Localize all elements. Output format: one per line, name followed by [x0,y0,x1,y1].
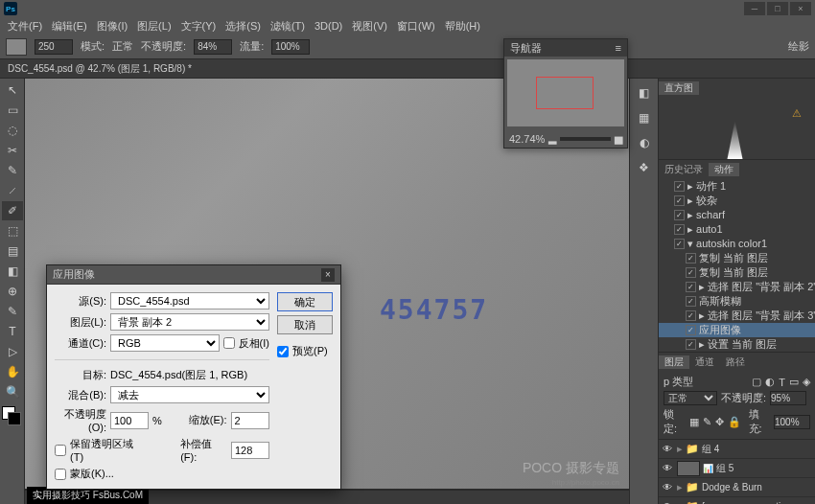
preview-checkbox[interactable] [277,346,289,357]
action-checkbox[interactable] [674,210,685,220]
tool-button[interactable]: ✎ [2,302,23,321]
navigator-preview[interactable] [507,59,624,126]
lock-position-icon[interactable]: ✥ [715,416,724,428]
tool-button[interactable]: T [2,322,23,341]
tool-button[interactable]: ◌ [2,121,23,140]
color-panel-icon[interactable]: ◧ [636,84,653,102]
menu-item[interactable]: 文字(Y) [177,19,221,34]
action-row[interactable]: ▸ 选择 图层 "背景 副本 2" [659,280,815,294]
close-button[interactable]: × [790,2,811,15]
ok-button[interactable]: 确定 [277,292,333,311]
menu-item[interactable]: 编辑(E) [48,19,91,34]
action-checkbox[interactable] [686,296,696,307]
panel-menu-icon[interactable]: ≡ [616,42,621,54]
filter-smart-icon[interactable]: ◈ [803,376,810,388]
layer-row[interactable]: 👁📊组 5 [659,459,815,478]
scale-input[interactable] [231,412,269,429]
action-checkbox[interactable] [686,310,696,321]
action-checkbox[interactable] [686,253,696,263]
layer-row[interactable]: 👁▾ 📁frequency separation [659,497,815,504]
offset-input[interactable] [231,442,269,459]
maximize-button[interactable]: □ [767,2,788,15]
opacity-input[interactable] [194,39,232,55]
menu-item[interactable]: 视图(V) [348,19,391,34]
flow-input[interactable] [271,39,310,55]
invert-checkbox[interactable] [223,337,235,349]
histogram-tab[interactable]: 直方图 [659,81,699,95]
tool-button[interactable]: ✎ [2,161,23,180]
action-row[interactable]: 复制 当前 图层 [659,265,815,280]
layer-row[interactable]: 👁▸ 📁Dodge & Burn [659,478,815,497]
visibility-icon[interactable]: 👁 [661,444,674,454]
blend-mode-select[interactable]: 正常 [664,391,717,405]
zoom-out-icon[interactable]: ▂ [548,132,556,145]
layer-filter-label[interactable]: p 类型 [664,375,693,389]
tool-button[interactable]: ▷ [2,342,23,361]
fill-input[interactable] [774,415,810,429]
filter-pixel-icon[interactable]: ▢ [752,376,761,388]
lock-transparency-icon[interactable]: ▦ [689,416,699,428]
action-checkbox[interactable] [674,239,685,249]
action-row[interactable]: 应用图像 [659,323,815,337]
dlg-opacity-input[interactable] [110,412,149,429]
source-select[interactable]: DSC_4554.psd [110,292,269,309]
tool-button[interactable]: ✂ [2,141,23,160]
dialog-close-icon[interactable]: × [321,268,335,282]
mode-value[interactable]: 正常 [112,39,133,54]
layer-row[interactable]: 👁▸ 📁组 4 [659,440,815,459]
swatches-panel-icon[interactable]: ▦ [636,109,653,126]
navigator-zoom[interactable]: 42.74% [509,133,545,145]
document-tab[interactable]: DSC_4554.psd @ 42.7% (图层 1, RGB/8) * [0,59,815,79]
brush-size-input[interactable] [35,39,73,55]
filter-shape-icon[interactable]: ▭ [789,376,799,388]
action-row[interactable]: ▸ 选择 图层 "背景 副本 3" [659,309,815,323]
action-checkbox[interactable] [686,282,696,292]
filter-type-icon[interactable]: T [779,377,785,388]
menu-item[interactable]: 窗口(W) [393,19,439,34]
mask-checkbox[interactable] [55,469,66,480]
menu-item[interactable]: 文件(F) [4,19,46,34]
workspace-switcher[interactable]: 绘影 [788,39,809,54]
action-checkbox[interactable] [674,224,685,235]
action-checkbox[interactable] [686,325,696,335]
lock-pixels-icon[interactable]: ✎ [703,416,711,428]
menu-item[interactable]: 3D(D) [311,20,346,32]
channel-select[interactable]: RGB [110,334,220,352]
action-row[interactable]: 复制 当前 图层 [659,251,815,265]
tool-button[interactable]: ◧ [2,262,23,281]
tool-button[interactable]: ✐ [2,201,23,220]
action-row[interactable]: ▸ 设置 当前 图层 [659,337,815,352]
zoom-in-icon[interactable]: ▅ [615,132,622,145]
tool-button[interactable]: ⟋ [2,181,23,200]
tool-button[interactable]: ⊕ [2,282,23,301]
action-row[interactable]: ▾ autoskin color1 [659,237,815,251]
action-row[interactable]: ▸ auto1 [659,222,815,237]
menu-item[interactable]: 图像(I) [93,19,131,34]
actions-tab[interactable]: 动作 [709,163,739,176]
layers-tab[interactable]: 路径 [720,355,751,369]
action-checkbox[interactable] [686,267,696,278]
tool-button[interactable]: ▭ [2,101,23,120]
action-checkbox[interactable] [674,195,685,206]
brush-preview[interactable] [6,38,27,56]
cache-warning-icon[interactable]: ⚠ [792,107,802,120]
menu-item[interactable]: 图层(L) [133,19,175,34]
layers-tab[interactable]: 图层 [659,355,689,369]
styles-panel-icon[interactable]: ❖ [636,159,653,176]
blend-select[interactable]: 减去 [110,386,269,403]
actions-tab[interactable]: 历史记录 [659,163,709,176]
menu-item[interactable]: 帮助(H) [441,19,484,34]
visibility-icon[interactable]: 👁 [661,463,674,473]
action-row[interactable]: ▸ 动作 1 [659,179,815,194]
action-row[interactable]: ▸ 较杂 [659,194,815,208]
tool-button[interactable]: ↖ [2,80,23,100]
action-row[interactable]: 高斯模糊 [659,294,815,309]
visibility-icon[interactable]: 👁 [661,482,674,493]
preserve-checkbox[interactable] [55,445,66,456]
tool-button[interactable]: ⬚ [2,221,23,241]
color-swatch[interactable] [2,406,21,425]
layer-select[interactable]: 背景 副本 2 [110,313,269,331]
lock-all-icon[interactable]: 🔒 [728,416,741,428]
layers-tab[interactable]: 通道 [689,355,720,369]
menu-item[interactable]: 滤镜(T) [267,19,309,34]
